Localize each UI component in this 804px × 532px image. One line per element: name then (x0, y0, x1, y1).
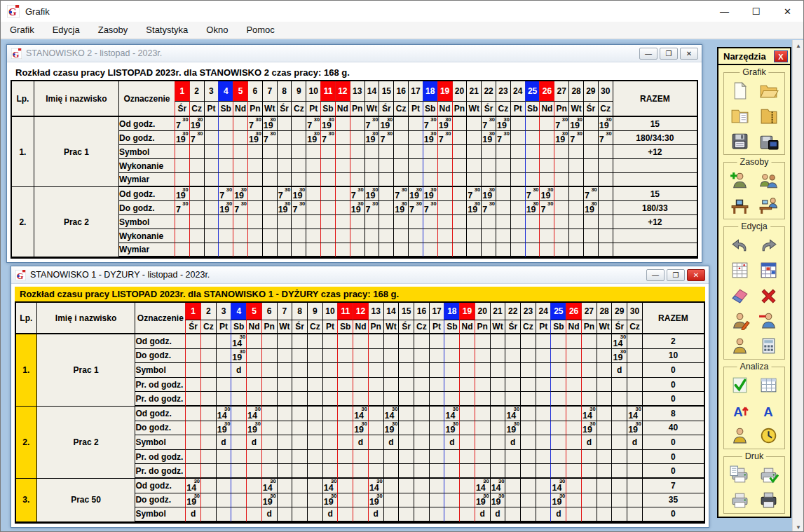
day-cell-16[interactable] (393, 173, 408, 187)
day-cell-3[interactable] (204, 229, 219, 243)
day-cell-25[interactable] (550, 363, 566, 378)
day-cell-21[interactable]: 1430 (490, 479, 505, 493)
open-schedule-icon[interactable] (757, 80, 781, 101)
day-cell-30[interactable] (627, 450, 642, 465)
day-cell-8[interactable] (277, 215, 292, 229)
day-cell-24[interactable] (510, 145, 525, 159)
day-cell-27[interactable] (581, 464, 597, 479)
day-cell-1[interactable] (185, 378, 200, 393)
day-cell-21[interactable]: 1930 (466, 201, 481, 215)
day-cell-18[interactable] (423, 173, 437, 187)
day-cell-9[interactable] (307, 392, 322, 407)
day-cell-27[interactable] (581, 378, 597, 393)
day-cell-21[interactable]: d (490, 507, 505, 522)
day-cell-24[interactable] (510, 117, 525, 131)
day-cell-14[interactable] (383, 464, 399, 479)
day-cell-10[interactable]: 730 (306, 117, 320, 131)
day-cell-3[interactable] (204, 187, 219, 201)
clock-icon[interactable] (757, 425, 781, 446)
day-cell-27[interactable] (554, 201, 568, 215)
day-cell-30[interactable] (627, 349, 642, 364)
day-cell-4[interactable] (231, 392, 246, 407)
day-cell-12[interactable] (335, 117, 350, 131)
day-cell-12[interactable] (353, 507, 368, 522)
day-cell-1[interactable]: 730 (175, 117, 189, 131)
day-cell-2[interactable] (189, 229, 204, 243)
day-cell-1[interactable] (185, 421, 200, 436)
day-cell-30[interactable]: 1430 (627, 407, 642, 421)
day-cell-1[interactable]: 1930 (185, 493, 200, 508)
day-cell-18[interactable]: 1930 (423, 131, 437, 145)
day-cell-6[interactable] (247, 243, 262, 257)
day-cell-5[interactable] (246, 363, 261, 378)
day-cell-26[interactable] (566, 421, 581, 436)
day-cell-6[interactable] (261, 421, 277, 436)
day-cell-7[interactable] (277, 334, 292, 349)
day-cell-16[interactable] (414, 493, 429, 508)
day-cell-22[interactable] (481, 145, 496, 159)
day-cell-1[interactable] (175, 229, 189, 243)
day-cell-16[interactable] (393, 243, 408, 257)
day-cell-30[interactable] (598, 187, 613, 201)
day-cell-18[interactable] (423, 145, 437, 159)
day-cell-3[interactable] (216, 464, 231, 479)
day-cell-11[interactable] (337, 363, 353, 378)
window1-restore-button[interactable]: ❐ (660, 48, 678, 60)
summary-grid-icon[interactable] (757, 374, 781, 395)
day-cell-15[interactable] (398, 450, 414, 465)
day-cell-5[interactable] (246, 450, 261, 465)
day-cell-10[interactable] (306, 215, 320, 229)
day-cell-28[interactable]: 1930 (568, 117, 583, 131)
day-cell-23[interactable] (520, 507, 536, 522)
day-cell-7[interactable] (277, 392, 292, 407)
day-cell-22[interactable] (505, 493, 520, 508)
day-cell-1[interactable]: 1930 (175, 131, 189, 145)
day-cell-29[interactable] (611, 421, 627, 436)
day-cell-14[interactable]: 1430 (383, 407, 399, 421)
font-larger-icon[interactable]: A (728, 400, 752, 421)
day-cell-29[interactable] (583, 173, 598, 187)
day-cell-12[interactable] (335, 187, 350, 201)
day-cell-11[interactable] (337, 392, 353, 407)
day-cell-11[interactable] (337, 421, 353, 436)
day-cell-19[interactable] (459, 349, 475, 364)
day-cell-15[interactable] (398, 421, 414, 436)
day-cell-2[interactable] (189, 159, 204, 173)
day-cell-6[interactable] (261, 450, 277, 465)
day-cell-12[interactable] (353, 464, 368, 479)
day-cell-24[interactable] (536, 378, 551, 393)
day-cell-4[interactable] (231, 378, 246, 393)
app-close-button[interactable]: ✕ (772, 1, 803, 22)
day-cell-24[interactable] (536, 450, 551, 465)
day-cell-20[interactable]: 1930 (475, 493, 490, 508)
day-cell-20[interactable] (475, 435, 490, 450)
day-cell-25[interactable] (550, 464, 566, 479)
day-cell-7[interactable] (277, 421, 292, 436)
day-cell-1[interactable] (185, 349, 200, 364)
day-cell-23[interactable] (496, 201, 510, 215)
day-cell-2[interactable] (200, 392, 216, 407)
day-cell-27[interactable] (581, 392, 597, 407)
day-cell-1[interactable] (175, 173, 189, 187)
day-cell-1[interactable] (175, 145, 189, 159)
day-cell-22[interactable] (481, 229, 496, 243)
day-cell-10[interactable] (322, 363, 338, 378)
day-cell-26[interactable] (539, 229, 554, 243)
day-cell-16[interactable] (393, 131, 408, 145)
day-cell-4[interactable] (218, 145, 233, 159)
day-cell-5[interactable] (246, 378, 261, 393)
day-cell-29[interactable]: 1930 (611, 349, 627, 364)
day-cell-8[interactable] (292, 392, 307, 407)
day-cell-14[interactable] (383, 479, 399, 493)
day-cell-6[interactable] (261, 363, 277, 378)
day-cell-12[interactable] (335, 215, 350, 229)
day-cell-15[interactable] (398, 363, 414, 378)
day-cell-17[interactable] (429, 493, 444, 508)
day-cell-30[interactable] (627, 334, 642, 349)
day-cell-25[interactable] (550, 392, 566, 407)
day-cell-9[interactable] (291, 145, 306, 159)
day-cell-26[interactable] (566, 363, 581, 378)
day-cell-20[interactable] (452, 229, 467, 243)
palette-titlebar[interactable]: Narzędzia X (718, 48, 790, 65)
day-cell-1[interactable]: 1930 (175, 187, 189, 201)
